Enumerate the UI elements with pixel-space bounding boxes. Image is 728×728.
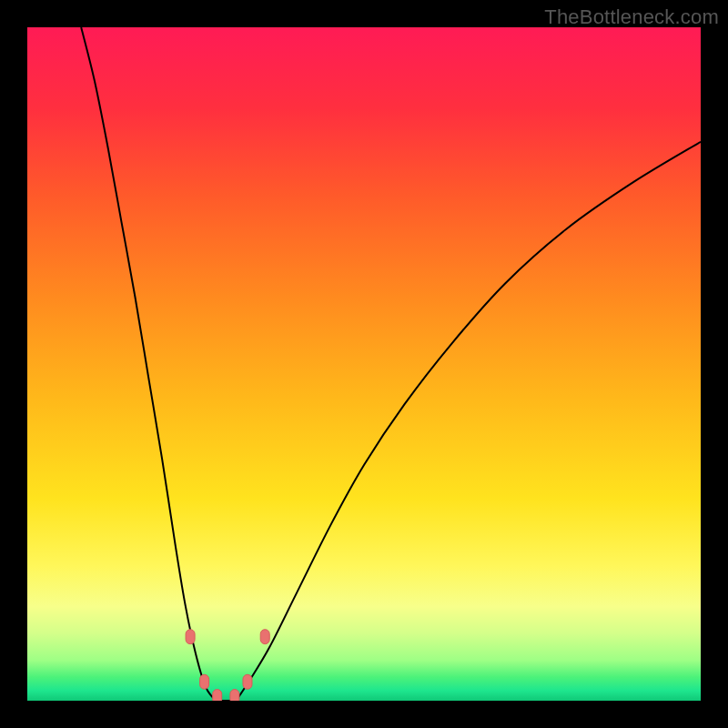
curve-right-branch — [236, 142, 701, 701]
marker-dot — [213, 690, 222, 701]
marker-dot — [200, 674, 209, 689]
marker-dot — [260, 630, 269, 644]
chart-frame — [27, 27, 701, 701]
curve-left-branch — [81, 27, 216, 701]
chart-svg — [27, 27, 701, 701]
marker-dot — [230, 690, 239, 701]
watermark-text: TheBottleneck.com — [544, 5, 719, 29]
marker-dot — [186, 630, 195, 644]
marker-dot — [243, 674, 252, 689]
